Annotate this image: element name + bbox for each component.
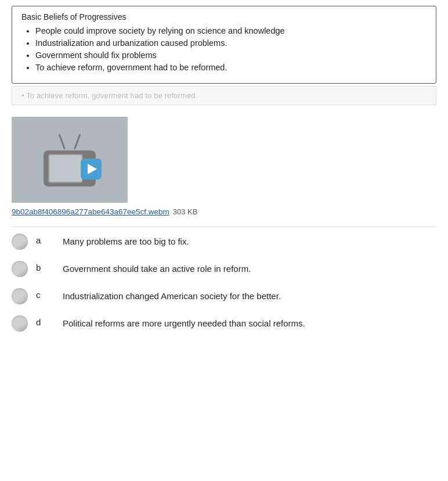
list-item: Industrialization and urbanization cause… <box>35 38 427 48</box>
option-text-c: Industrialization changed American socie… <box>63 290 436 303</box>
play-triangle-icon <box>88 164 97 174</box>
list-item: People could improve society by relying … <box>35 26 427 35</box>
faded-text: .demrofer eb ot dah tnemrevog ,mrofer ev… <box>21 91 197 100</box>
divider <box>12 227 436 227</box>
option-row-c: c Industrialization changed American soc… <box>12 288 436 304</box>
option-letter-b: b <box>36 263 51 272</box>
info-box: Basic Beliefs of Progressives People cou… <box>12 6 436 84</box>
option-letter-a: a <box>36 235 51 245</box>
tv-antenna-group <box>64 133 75 149</box>
option-letter-d: d <box>36 317 51 327</box>
video-filename[interactable]: 9b02ab8f406896a277abe643a67ee5cf.webm <box>12 207 169 216</box>
radio-a[interactable] <box>12 234 28 250</box>
option-text-a: Many problems are too big to fix. <box>63 235 436 248</box>
video-meta: 9b02ab8f406896a277abe643a67ee5cf.webm 30… <box>12 207 197 216</box>
option-text-b: Government should take an active role in… <box>63 263 436 275</box>
radio-c[interactable] <box>12 288 28 304</box>
list-item: To achieve reform, government had to be … <box>35 63 427 72</box>
option-row-d: d Political reforms are more urgently ne… <box>12 315 436 332</box>
faded-row: .demrofer eb ot dah tnemrevog ,mrofer ev… <box>12 86 436 105</box>
info-box-title: Basic Beliefs of Progressives <box>21 12 427 21</box>
options-section: a Many problems are too big to fix. b Go… <box>12 233 436 332</box>
video-size: 303 KB <box>173 207 198 216</box>
radio-d[interactable] <box>12 315 28 332</box>
option-row-b: b Government should take an active role … <box>12 260 436 277</box>
list-item: Government should fix problems <box>35 51 427 60</box>
tv-icon <box>44 133 96 186</box>
info-box-list: People could improve society by relying … <box>21 26 427 72</box>
tv-screen <box>48 154 83 183</box>
tv-antenna-left <box>59 134 66 149</box>
video-section: 9b02ab8f406896a277abe643a67ee5cf.webm 30… <box>12 117 436 216</box>
option-row-a: a Many problems are too big to fix. <box>12 233 436 250</box>
tv-body <box>44 150 96 186</box>
option-letter-c: c <box>36 290 51 300</box>
radio-b[interactable] <box>12 261 28 277</box>
tv-antenna-right <box>74 134 81 149</box>
play-button[interactable] <box>81 159 102 180</box>
video-thumbnail[interactable] <box>12 117 128 203</box>
option-text-d: Political reforms are more urgently need… <box>63 317 436 330</box>
